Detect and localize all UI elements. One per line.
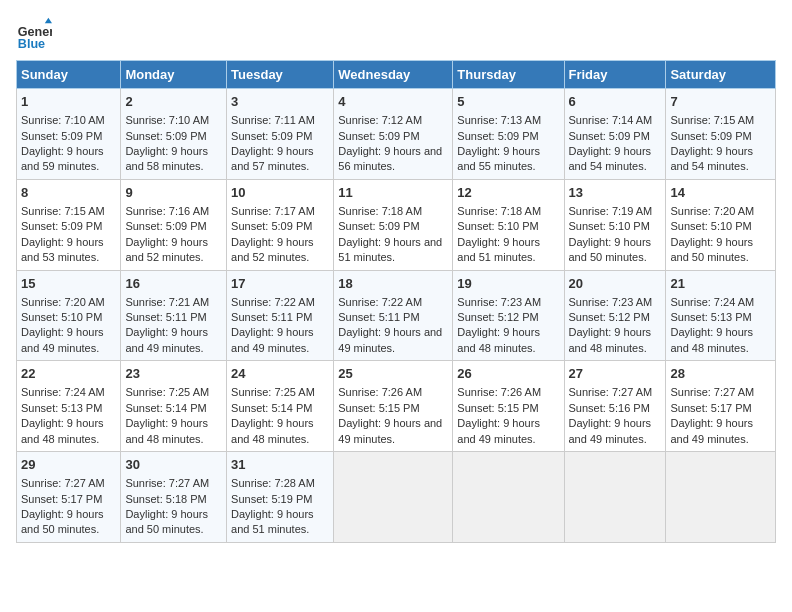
sunrise: Sunrise: 7:10 AM: [125, 114, 209, 126]
calendar-cell: 8 Sunrise: 7:15 AM Sunset: 5:09 PM Dayli…: [17, 179, 121, 270]
day-number: 11: [338, 184, 448, 202]
sunrise: Sunrise: 7:20 AM: [21, 296, 105, 308]
calendar-cell: 17 Sunrise: 7:22 AM Sunset: 5:11 PM Dayl…: [227, 270, 334, 361]
calendar-cell: 24 Sunrise: 7:25 AM Sunset: 5:14 PM Dayl…: [227, 361, 334, 452]
calendar-cell: 9 Sunrise: 7:16 AM Sunset: 5:09 PM Dayli…: [121, 179, 227, 270]
calendar-cell: 27 Sunrise: 7:27 AM Sunset: 5:16 PM Dayl…: [564, 361, 666, 452]
sunrise: Sunrise: 7:20 AM: [670, 205, 754, 217]
sunset: Sunset: 5:09 PM: [569, 130, 650, 142]
sunset: Sunset: 5:09 PM: [338, 130, 419, 142]
sunrise: Sunrise: 7:13 AM: [457, 114, 541, 126]
day-number: 10: [231, 184, 329, 202]
calendar-cell: 5 Sunrise: 7:13 AM Sunset: 5:09 PM Dayli…: [453, 89, 564, 180]
daylight-label: Daylight: 9 hours and 48 minutes.: [21, 417, 104, 444]
calendar-cell: [334, 452, 453, 543]
calendar-header-row: SundayMondayTuesdayWednesdayThursdayFrid…: [17, 61, 776, 89]
week-row-1: 1 Sunrise: 7:10 AM Sunset: 5:09 PM Dayli…: [17, 89, 776, 180]
day-number: 13: [569, 184, 662, 202]
day-number: 30: [125, 456, 222, 474]
day-number: 5: [457, 93, 559, 111]
daylight-label: Daylight: 9 hours and 54 minutes.: [569, 145, 652, 172]
sunset: Sunset: 5:15 PM: [457, 402, 538, 414]
calendar-cell: 21 Sunrise: 7:24 AM Sunset: 5:13 PM Dayl…: [666, 270, 776, 361]
sunset: Sunset: 5:14 PM: [231, 402, 312, 414]
logo-icon: General Blue: [16, 16, 52, 52]
day-number: 4: [338, 93, 448, 111]
day-number: 31: [231, 456, 329, 474]
sunset: Sunset: 5:15 PM: [338, 402, 419, 414]
calendar-cell: 1 Sunrise: 7:10 AM Sunset: 5:09 PM Dayli…: [17, 89, 121, 180]
daylight-label: Daylight: 9 hours and 52 minutes.: [231, 236, 314, 263]
sunrise: Sunrise: 7:15 AM: [21, 205, 105, 217]
daylight-label: Daylight: 9 hours and 48 minutes.: [569, 326, 652, 353]
header-friday: Friday: [564, 61, 666, 89]
week-row-2: 8 Sunrise: 7:15 AM Sunset: 5:09 PM Dayli…: [17, 179, 776, 270]
sunset: Sunset: 5:09 PM: [457, 130, 538, 142]
sunset: Sunset: 5:13 PM: [21, 402, 102, 414]
sunrise: Sunrise: 7:14 AM: [569, 114, 653, 126]
sunrise: Sunrise: 7:18 AM: [457, 205, 541, 217]
daylight-label: Daylight: 9 hours and 50 minutes.: [670, 236, 753, 263]
calendar-cell: [564, 452, 666, 543]
sunset: Sunset: 5:11 PM: [231, 311, 312, 323]
sunset: Sunset: 5:17 PM: [21, 493, 102, 505]
sunrise: Sunrise: 7:15 AM: [670, 114, 754, 126]
daylight-label: Daylight: 9 hours and 56 minutes.: [338, 145, 442, 172]
week-row-5: 29 Sunrise: 7:27 AM Sunset: 5:17 PM Dayl…: [17, 452, 776, 543]
sunset: Sunset: 5:09 PM: [125, 130, 206, 142]
daylight-label: Daylight: 9 hours and 48 minutes.: [457, 326, 540, 353]
sunset: Sunset: 5:12 PM: [569, 311, 650, 323]
day-number: 28: [670, 365, 771, 383]
calendar-cell: 30 Sunrise: 7:27 AM Sunset: 5:18 PM Dayl…: [121, 452, 227, 543]
sunset: Sunset: 5:13 PM: [670, 311, 751, 323]
header-wednesday: Wednesday: [334, 61, 453, 89]
daylight-label: Daylight: 9 hours and 50 minutes.: [125, 508, 208, 535]
day-number: 22: [21, 365, 116, 383]
daylight-label: Daylight: 9 hours and 48 minutes.: [125, 417, 208, 444]
calendar-cell: 4 Sunrise: 7:12 AM Sunset: 5:09 PM Dayli…: [334, 89, 453, 180]
sunset: Sunset: 5:10 PM: [670, 220, 751, 232]
calendar-cell: 28 Sunrise: 7:27 AM Sunset: 5:17 PM Dayl…: [666, 361, 776, 452]
daylight-label: Daylight: 9 hours and 51 minutes.: [231, 508, 314, 535]
daylight-label: Daylight: 9 hours and 49 minutes.: [125, 326, 208, 353]
day-number: 2: [125, 93, 222, 111]
daylight-label: Daylight: 9 hours and 49 minutes.: [231, 326, 314, 353]
sunset: Sunset: 5:16 PM: [569, 402, 650, 414]
calendar-cell: 20 Sunrise: 7:23 AM Sunset: 5:12 PM Dayl…: [564, 270, 666, 361]
sunrise: Sunrise: 7:27 AM: [569, 386, 653, 398]
sunrise: Sunrise: 7:18 AM: [338, 205, 422, 217]
daylight-label: Daylight: 9 hours and 49 minutes.: [338, 326, 442, 353]
svg-marker-2: [45, 18, 52, 23]
calendar-cell: 19 Sunrise: 7:23 AM Sunset: 5:12 PM Dayl…: [453, 270, 564, 361]
sunrise: Sunrise: 7:25 AM: [231, 386, 315, 398]
day-number: 18: [338, 275, 448, 293]
calendar-cell: 13 Sunrise: 7:19 AM Sunset: 5:10 PM Dayl…: [564, 179, 666, 270]
sunrise: Sunrise: 7:26 AM: [457, 386, 541, 398]
sunset: Sunset: 5:09 PM: [21, 220, 102, 232]
calendar-cell: 15 Sunrise: 7:20 AM Sunset: 5:10 PM Dayl…: [17, 270, 121, 361]
sunrise: Sunrise: 7:23 AM: [569, 296, 653, 308]
sunset: Sunset: 5:19 PM: [231, 493, 312, 505]
sunset: Sunset: 5:11 PM: [125, 311, 206, 323]
header-sunday: Sunday: [17, 61, 121, 89]
day-number: 23: [125, 365, 222, 383]
page-header: General Blue: [16, 16, 776, 52]
day-number: 15: [21, 275, 116, 293]
sunrise: Sunrise: 7:24 AM: [21, 386, 105, 398]
week-row-3: 15 Sunrise: 7:20 AM Sunset: 5:10 PM Dayl…: [17, 270, 776, 361]
daylight-label: Daylight: 9 hours and 48 minutes.: [670, 326, 753, 353]
calendar-cell: 7 Sunrise: 7:15 AM Sunset: 5:09 PM Dayli…: [666, 89, 776, 180]
sunrise: Sunrise: 7:23 AM: [457, 296, 541, 308]
day-number: 1: [21, 93, 116, 111]
header-thursday: Thursday: [453, 61, 564, 89]
calendar-cell: 31 Sunrise: 7:28 AM Sunset: 5:19 PM Dayl…: [227, 452, 334, 543]
sunset: Sunset: 5:10 PM: [21, 311, 102, 323]
header-monday: Monday: [121, 61, 227, 89]
calendar-cell: 2 Sunrise: 7:10 AM Sunset: 5:09 PM Dayli…: [121, 89, 227, 180]
day-number: 8: [21, 184, 116, 202]
sunrise: Sunrise: 7:22 AM: [231, 296, 315, 308]
sunrise: Sunrise: 7:28 AM: [231, 477, 315, 489]
daylight-label: Daylight: 9 hours and 54 minutes.: [670, 145, 753, 172]
daylight-label: Daylight: 9 hours and 49 minutes.: [21, 326, 104, 353]
calendar-cell: 11 Sunrise: 7:18 AM Sunset: 5:09 PM Dayl…: [334, 179, 453, 270]
